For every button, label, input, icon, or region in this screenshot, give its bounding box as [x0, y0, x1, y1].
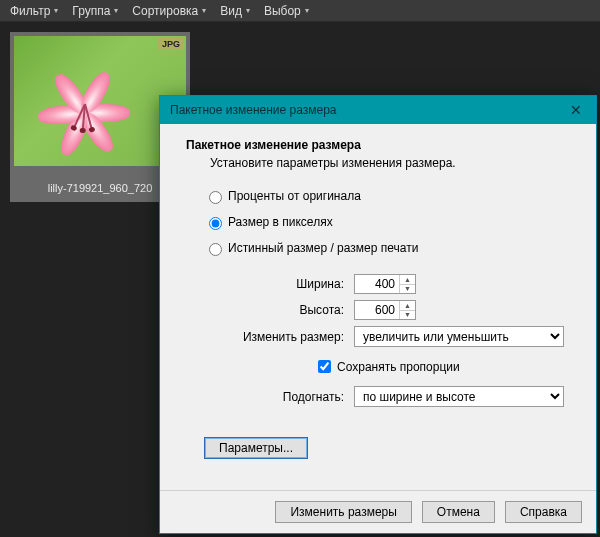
- close-icon[interactable]: ✕: [562, 99, 590, 121]
- radio-percent-label: Проценты от оригинала: [228, 189, 361, 203]
- format-badge: JPG: [158, 38, 184, 50]
- spin-down-icon[interactable]: ▼: [400, 285, 415, 294]
- dialog-heading: Пакетное изменение размера: [186, 138, 570, 152]
- spin-up-icon[interactable]: ▲: [400, 301, 415, 311]
- fit-label: Подогнать:: [186, 390, 354, 404]
- chevron-down-icon: ▾: [114, 6, 118, 15]
- dialog-titlebar[interactable]: Пакетное изменение размера ✕: [160, 96, 596, 124]
- spin-down-icon[interactable]: ▼: [400, 311, 415, 320]
- radio-pixels-label: Размер в пикселях: [228, 215, 333, 229]
- dialog-footer: Изменить размеры Отмена Справка: [160, 490, 596, 533]
- dialog-subheading: Установите параметры изменения размера.: [210, 156, 570, 170]
- radio-print-input[interactable]: [209, 243, 222, 256]
- chevron-down-icon: ▾: [246, 6, 250, 15]
- menu-view[interactable]: Вид▾: [214, 2, 256, 20]
- keep-ratio-label: Сохранять пропорции: [337, 360, 460, 374]
- radio-pixels-input[interactable]: [209, 217, 222, 230]
- menu-select[interactable]: Выбор▾: [258, 2, 315, 20]
- radio-percent-input[interactable]: [209, 191, 222, 204]
- radio-percent[interactable]: Проценты от оригинала: [204, 188, 570, 204]
- help-button[interactable]: Справка: [505, 501, 582, 523]
- apply-button[interactable]: Изменить размеры: [275, 501, 411, 523]
- menubar: Фильтр▾ Группа▾ Сортировка▾ Вид▾ Выбор▾: [0, 0, 600, 22]
- keep-ratio-checkbox[interactable]: Сохранять пропорции: [314, 357, 570, 376]
- cancel-button[interactable]: Отмена: [422, 501, 495, 523]
- batch-resize-dialog: Пакетное изменение размера ✕ Пакетное из…: [159, 95, 597, 534]
- menu-sort[interactable]: Сортировка▾: [126, 2, 212, 20]
- resize-mode-label: Изменить размер:: [186, 330, 354, 344]
- radio-pixels[interactable]: Размер в пикселях: [204, 214, 570, 230]
- spin-up-icon[interactable]: ▲: [400, 275, 415, 285]
- dialog-title: Пакетное изменение размера: [170, 103, 562, 117]
- width-stepper[interactable]: ▲▼: [354, 274, 416, 294]
- width-label: Ширина:: [186, 277, 354, 291]
- width-input[interactable]: [355, 275, 399, 293]
- chevron-down-icon: ▾: [54, 6, 58, 15]
- chevron-down-icon: ▾: [305, 6, 309, 15]
- options-button[interactable]: Параметры...: [204, 437, 308, 459]
- resize-mode-select[interactable]: увеличить или уменьшить: [354, 326, 564, 347]
- height-stepper[interactable]: ▲▼: [354, 300, 416, 320]
- height-input[interactable]: [355, 301, 399, 319]
- menu-filter[interactable]: Фильтр▾: [4, 2, 64, 20]
- chevron-down-icon: ▾: [202, 6, 206, 15]
- height-label: Высота:: [186, 303, 354, 317]
- radio-print[interactable]: Истинный размер / размер печати: [204, 240, 570, 256]
- keep-ratio-input[interactable]: [318, 360, 331, 373]
- menu-group[interactable]: Группа▾: [66, 2, 124, 20]
- radio-print-label: Истинный размер / размер печати: [228, 241, 418, 255]
- fit-select[interactable]: по ширине и высоте: [354, 386, 564, 407]
